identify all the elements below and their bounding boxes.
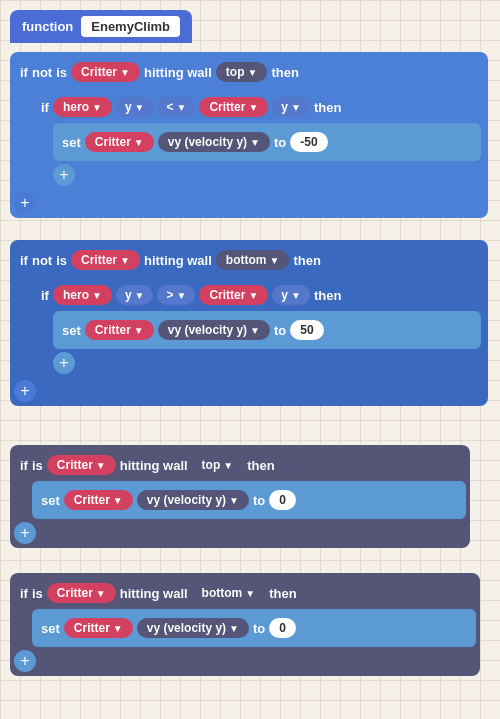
add-inner-button-2[interactable]: + <box>53 352 75 374</box>
workspace: function EnemyClimb if not is Critter ▼ … <box>0 0 500 719</box>
add-outer-4-container: + <box>14 650 476 672</box>
bottom-pill-4[interactable]: bottom ▼ <box>192 583 266 603</box>
add-inner-2-container: + <box>53 352 481 374</box>
add-inner-1-container: + <box>53 164 481 186</box>
critter-pill-1c[interactable]: Critter ▼ <box>85 132 154 152</box>
kw-hitting-2: hitting wall <box>144 253 212 268</box>
kw-if-1: if <box>20 65 28 80</box>
critter-pill-4a[interactable]: Critter ▼ <box>47 583 116 603</box>
inner-if-block-1: if hero ▼ y ▼ < ▼ Critter ▼ y ▼ then set… <box>32 88 484 189</box>
kw-then-4: then <box>269 586 296 601</box>
kw-hitting-4: hitting wall <box>120 586 188 601</box>
kw-then-1b: then <box>314 100 341 115</box>
kw-then-2: then <box>293 253 320 268</box>
function-header: function EnemyClimb <box>10 10 192 43</box>
add-inner-button-1[interactable]: + <box>53 164 75 186</box>
lt-pill-1[interactable]: < ▼ <box>157 97 195 117</box>
kw-then-2b: then <box>314 288 341 303</box>
vy-pill-4[interactable]: vy (velocity y) ▼ <box>137 618 249 638</box>
critter-pill-2b[interactable]: Critter ▼ <box>199 285 268 305</box>
kw-to-4: to <box>253 621 265 636</box>
kw-is-3: is <box>32 458 43 473</box>
kw-set-2: set <box>62 323 81 338</box>
kw-set-3: set <box>41 493 60 508</box>
inner-if-row-1: if hero ▼ y ▼ < ▼ Critter ▼ y ▼ then <box>35 91 481 123</box>
y-pill-2b[interactable]: y ▼ <box>272 285 310 305</box>
add-outer-button-4[interactable]: + <box>14 650 36 672</box>
critter-pill-1b[interactable]: Critter ▼ <box>199 97 268 117</box>
vy-pill-1[interactable]: vy (velocity y) ▼ <box>158 132 270 152</box>
critter-pill-3b[interactable]: Critter ▼ <box>64 490 133 510</box>
outer-if-block-2: if not is Critter ▼ hitting wall bottom … <box>10 240 488 406</box>
bottom-pill-2[interactable]: bottom ▼ <box>216 250 290 270</box>
kw-if-2b: if <box>41 288 49 303</box>
outer-if-row-4: if is Critter ▼ hitting wall bottom ▼ th… <box>14 577 476 609</box>
add-outer-2-container: + <box>14 380 484 402</box>
kw-then-3: then <box>247 458 274 473</box>
inner-if-block-2: if hero ▼ y ▼ > ▼ Critter ▼ y ▼ then set… <box>32 276 484 377</box>
y-pill-2a[interactable]: y ▼ <box>116 285 154 305</box>
set-block-2: set Critter ▼ vy (velocity y) ▼ to 50 <box>53 311 481 349</box>
kw-to-2: to <box>274 323 286 338</box>
top-pill-1[interactable]: top ▼ <box>216 62 268 82</box>
value-pill-4[interactable]: 0 <box>269 618 296 638</box>
y-pill-1b[interactable]: y ▼ <box>272 97 310 117</box>
add-outer-button-3[interactable]: + <box>14 522 36 544</box>
critter-pill-2c[interactable]: Critter ▼ <box>85 320 154 340</box>
kw-hitting-3: hitting wall <box>120 458 188 473</box>
outer-if-block-3: if is Critter ▼ hitting wall top ▼ then … <box>10 445 470 548</box>
kw-set-1: set <box>62 135 81 150</box>
add-outer-1-container: + <box>14 192 484 214</box>
value-pill-2[interactable]: 50 <box>290 320 323 340</box>
kw-if-4: if <box>20 586 28 601</box>
kw-is-2: is <box>56 253 67 268</box>
top-pill-3[interactable]: top ▼ <box>192 455 244 475</box>
y-pill-1a[interactable]: y ▼ <box>116 97 154 117</box>
kw-is-1: is <box>56 65 67 80</box>
kw-to-3: to <box>253 493 265 508</box>
kw-then-1: then <box>271 65 298 80</box>
gt-pill-2[interactable]: > ▼ <box>157 285 195 305</box>
kw-if-3: if <box>20 458 28 473</box>
outer-if-row-2: if not is Critter ▼ hitting wall bottom … <box>14 244 484 276</box>
add-outer-button-2[interactable]: + <box>14 380 36 402</box>
inner-if-row-2: if hero ▼ y ▼ > ▼ Critter ▼ y ▼ then <box>35 279 481 311</box>
add-outer-3-container: + <box>14 522 466 544</box>
set-block-4: set Critter ▼ vy (velocity y) ▼ to 0 <box>32 609 476 647</box>
set-row-1: set Critter ▼ vy (velocity y) ▼ to -50 <box>56 126 478 158</box>
kw-if-2: if <box>20 253 28 268</box>
outer-if-block-1: if not is Critter ▼ hitting wall top ▼ t… <box>10 52 488 218</box>
function-keyword: function <box>22 19 73 34</box>
set-row-3: set Critter ▼ vy (velocity y) ▼ to 0 <box>35 484 463 516</box>
outer-if-row-1: if not is Critter ▼ hitting wall top ▼ t… <box>14 56 484 88</box>
kw-if-1b: if <box>41 100 49 115</box>
kw-to-1: to <box>274 135 286 150</box>
critter-pill-4b[interactable]: Critter ▼ <box>64 618 133 638</box>
vy-pill-3[interactable]: vy (velocity y) ▼ <box>137 490 249 510</box>
hero-pill-1[interactable]: hero ▼ <box>53 97 112 117</box>
kw-not-1: not <box>32 65 52 80</box>
outer-if-row-3: if is Critter ▼ hitting wall top ▼ then <box>14 449 466 481</box>
kw-hitting-1: hitting wall <box>144 65 212 80</box>
outer-if-block-4: if is Critter ▼ hitting wall bottom ▼ th… <box>10 573 480 676</box>
set-row-2: set Critter ▼ vy (velocity y) ▼ to 50 <box>56 314 478 346</box>
kw-not-2: not <box>32 253 52 268</box>
kw-set-4: set <box>41 621 60 636</box>
hero-pill-2[interactable]: hero ▼ <box>53 285 112 305</box>
function-name[interactable]: EnemyClimb <box>81 16 180 37</box>
value-pill-1[interactable]: -50 <box>290 132 327 152</box>
critter-pill-2a[interactable]: Critter ▼ <box>71 250 140 270</box>
set-block-1: set Critter ▼ vy (velocity y) ▼ to -50 <box>53 123 481 161</box>
value-pill-3[interactable]: 0 <box>269 490 296 510</box>
critter-pill-1a[interactable]: Critter ▼ <box>71 62 140 82</box>
critter-pill-3a[interactable]: Critter ▼ <box>47 455 116 475</box>
kw-is-4: is <box>32 586 43 601</box>
add-outer-button-1[interactable]: + <box>14 192 36 214</box>
vy-pill-2[interactable]: vy (velocity y) ▼ <box>158 320 270 340</box>
set-block-3: set Critter ▼ vy (velocity y) ▼ to 0 <box>32 481 466 519</box>
set-row-4: set Critter ▼ vy (velocity y) ▼ to 0 <box>35 612 473 644</box>
